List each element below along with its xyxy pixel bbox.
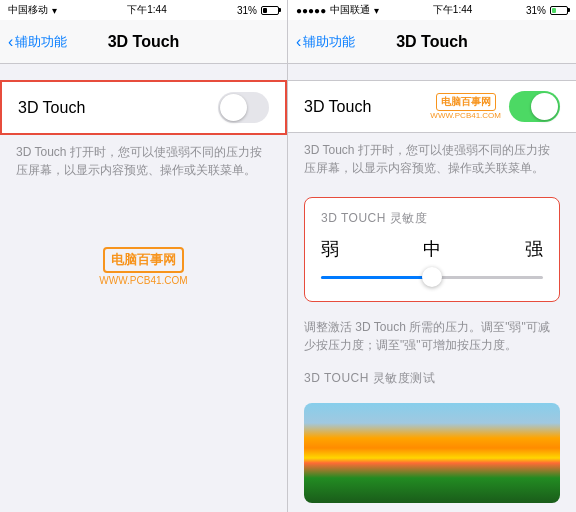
description-left: 3D Touch 打开时，您可以使强弱不同的压力按压屏幕，以显示内容预览、操作或… — [0, 135, 287, 191]
strong-label: 强 — [525, 237, 543, 261]
3d-touch-toggle-row-right: 3D Touch 电脑百事网 WWW.PCB41.COM — [288, 81, 576, 132]
description-right: 3D Touch 打开时，您可以使强弱不同的压力按压屏幕，以显示内容预览、操作或… — [288, 133, 576, 189]
test-image[interactable] — [304, 403, 560, 503]
back-chevron-left: ‹ — [8, 33, 13, 51]
sensitivity-desc: 调整激活 3D Touch 所需的压力。调至"弱"可减少按压力度；调至"强"可增… — [288, 310, 576, 366]
toggle-label-right: 3D Touch — [304, 98, 371, 116]
toggle-knob-left — [220, 94, 247, 121]
weak-label: 弱 — [321, 237, 339, 261]
nav-title-right: 3D Touch — [396, 33, 468, 51]
battery-fill-right — [552, 8, 556, 13]
toggle-label-left: 3D Touch — [18, 99, 85, 117]
slider-fill — [321, 276, 432, 279]
watermark-url-left: WWW.PCB41.COM — [99, 275, 187, 286]
watermark-logo-left: 电脑百事网 — [103, 247, 184, 273]
toggle-knob-right — [531, 93, 558, 120]
sensitivity-labels: 弱 中 强 — [321, 237, 543, 261]
wifi-icon-left: ▾ — [52, 5, 57, 16]
nav-title-left: 3D Touch — [108, 33, 180, 51]
watermark-logo-right: 电脑百事网 — [436, 93, 496, 111]
battery-left — [261, 6, 279, 15]
right-panel: ●●●●● 中国联通 ▾ 下午1:44 31% ‹ 辅助功能 3D Touch … — [288, 0, 576, 512]
back-button-left[interactable]: ‹ 辅助功能 — [8, 33, 67, 51]
signal-text-left: 31% — [237, 5, 257, 16]
back-label-left: 辅助功能 — [15, 33, 67, 51]
time-right: 下午1:44 — [433, 3, 472, 17]
slider-thumb[interactable] — [422, 267, 442, 287]
left-content: 3D Touch 3D Touch 打开时，您可以使强弱不同的压力按压屏幕，以显… — [0, 64, 287, 512]
left-panel: 中国移动 ▾ 下午1:44 31% ‹ 辅助功能 3D Touch 3D Tou… — [0, 0, 288, 512]
nav-bar-left: ‹ 辅助功能 3D Touch — [0, 20, 287, 64]
sensitivity-box: 3D TOUCH 灵敏度 弱 中 强 — [304, 197, 560, 302]
toggle-switch-right[interactable] — [509, 91, 560, 122]
watermark-url-right: WWW.PCB41.COM — [430, 111, 501, 120]
signal-text-right: 31% — [526, 5, 546, 16]
status-left: 中国移动 ▾ — [8, 3, 57, 17]
toggle-area-right: 电脑百事网 WWW.PCB41.COM — [430, 91, 560, 122]
back-chevron-right: ‹ — [296, 33, 301, 51]
status-right-left: 31% — [237, 5, 279, 16]
carrier-right: 中国联通 — [330, 3, 370, 17]
time-left: 下午1:44 — [127, 3, 166, 17]
peek-pop-text: 请按上方图像以测试用 3D Touch 进行 Peek 和 Pop 的灵敏度。 — [288, 503, 576, 512]
sensitivity-title: 3D TOUCH 灵敏度 — [321, 210, 543, 227]
status-bar-left: 中国移动 ▾ 下午1:44 31% — [0, 0, 287, 20]
carrier-left: 中国移动 — [8, 3, 48, 17]
test-title: 3D TOUCH 灵敏度测试 — [288, 366, 576, 393]
flowers-visual — [304, 403, 560, 503]
right-content: 3D Touch 电脑百事网 WWW.PCB41.COM 3D Touch 打开… — [288, 64, 576, 512]
status-bar-right: ●●●●● 中国联通 ▾ 下午1:44 31% — [288, 0, 576, 20]
signal-dots-right: ●●●●● — [296, 5, 326, 16]
mid-label: 中 — [423, 237, 441, 261]
battery-right — [550, 6, 568, 15]
sensitivity-slider[interactable] — [321, 267, 543, 287]
watermark-right-inline: 电脑百事网 WWW.PCB41.COM — [430, 93, 501, 120]
status-right-right: 31% — [526, 5, 568, 16]
3d-touch-toggle-row-left: 3D Touch — [0, 80, 287, 135]
toggle-switch-left[interactable] — [218, 92, 269, 123]
wifi-icon-right: ▾ — [374, 5, 379, 16]
status-left-right: ●●●●● 中国联通 ▾ — [296, 3, 379, 17]
back-label-right: 辅助功能 — [303, 33, 355, 51]
battery-fill-left — [263, 8, 267, 13]
nav-bar-right: ‹ 辅助功能 3D Touch — [288, 20, 576, 64]
back-button-right[interactable]: ‹ 辅助功能 — [296, 33, 355, 51]
watermark-left: 电脑百事网 WWW.PCB41.COM — [0, 231, 287, 302]
